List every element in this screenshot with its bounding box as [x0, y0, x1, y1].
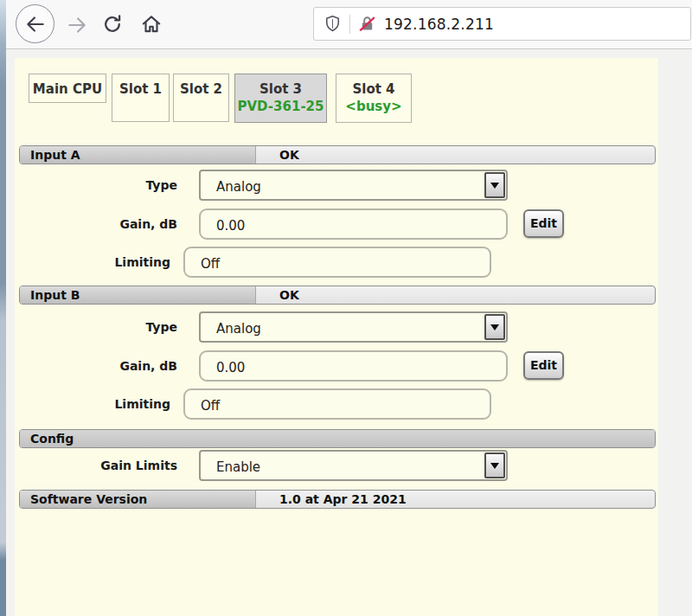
device-page: Main CPU Slot 1 Slot 2 Slot 3 PVD-361-25…	[15, 58, 658, 616]
tab-label: Slot 3	[260, 81, 302, 97]
tab-main-cpu[interactable]: Main CPU	[29, 74, 106, 103]
section-title: Input A	[30, 147, 80, 164]
tab-slot-3[interactable]: Slot 3 PVD-361-25	[234, 74, 327, 123]
section-title: Config	[30, 431, 74, 447]
section-header-input-a: Input A OK	[19, 145, 656, 164]
selected-value: Analog	[216, 321, 261, 337]
gain-label: Gain, dB	[22, 359, 177, 373]
input-b-gain-field[interactable]: 0.00	[199, 350, 508, 382]
section-header-config: Config	[19, 429, 656, 448]
input-a-gain-field[interactable]: 0.00	[199, 209, 508, 240]
tab-sublabel: <busy>	[336, 98, 411, 115]
home-button[interactable]	[139, 12, 163, 36]
tab-slot-2[interactable]: Slot 2	[173, 74, 229, 122]
type-label: Type	[22, 178, 177, 192]
input-b-limiting-field[interactable]: Off	[183, 388, 491, 420]
forward-button[interactable]	[65, 13, 89, 37]
dropdown-button[interactable]	[484, 452, 505, 478]
section-title: Software Version	[30, 491, 147, 508]
reload-button[interactable]	[100, 12, 125, 36]
tab-slot-4[interactable]: Slot 4 <busy>	[336, 74, 412, 123]
browser-toolbar: 192.168.2.211	[6, 0, 692, 49]
limiting-label: Limiting	[15, 397, 170, 411]
section-header-input-b: Input B OK	[19, 286, 656, 305]
selected-value: Enable	[216, 459, 260, 475]
tab-label: Main CPU	[33, 81, 102, 97]
section-header-left-segment	[20, 430, 655, 447]
dropdown-button[interactable]	[484, 172, 505, 198]
input-a-type-select[interactable]: Analog	[199, 170, 508, 201]
dropdown-button[interactable]	[484, 314, 505, 340]
software-version-value: 1.0 at Apr 21 2021	[279, 491, 407, 508]
status-text: OK	[279, 147, 299, 164]
back-arrow-icon	[24, 13, 47, 35]
input-a-limiting-field[interactable]: Off	[183, 247, 491, 278]
tab-label: Slot 1	[119, 81, 162, 97]
field-value: 0.00	[216, 218, 245, 234]
tab-slot-1[interactable]: Slot 1	[112, 74, 170, 122]
input-a-edit-button[interactable]: Edit	[523, 209, 564, 238]
tab-sublabel: PVD-361-25	[235, 98, 326, 115]
window-edge-strip	[0, 0, 6, 616]
input-b-edit-button[interactable]: Edit	[523, 351, 564, 380]
address-bar-divider	[349, 15, 350, 34]
address-bar[interactable]: 192.168.2.211	[313, 7, 691, 41]
gain-label: Gain, dB	[22, 217, 177, 231]
gain-limits-label: Gain Limits	[22, 459, 177, 472]
tab-label: Slot 2	[180, 81, 222, 97]
back-button[interactable]	[16, 4, 54, 43]
forward-arrow-icon	[66, 14, 88, 36]
section-title: Input B	[30, 287, 80, 304]
chevron-down-icon	[490, 463, 499, 469]
limiting-label: Limiting	[15, 255, 170, 269]
field-value: 0.00	[216, 360, 245, 375]
url-text[interactable]: 192.168.2.211	[384, 16, 494, 33]
input-b-type-select[interactable]: Analog	[199, 311, 508, 343]
reload-icon	[101, 13, 124, 35]
field-value: Off	[201, 256, 220, 272]
home-icon	[140, 13, 163, 35]
type-label: Type	[22, 320, 177, 334]
section-header-software-version: Software Version 1.0 at Apr 21 2021	[19, 490, 656, 509]
status-text: OK	[279, 287, 299, 304]
tab-label: Slot 4	[352, 81, 394, 97]
chevron-down-icon	[490, 324, 499, 330]
field-value: Off	[201, 398, 220, 414]
gain-limits-select[interactable]: Enable	[199, 450, 508, 481]
selected-value: Analog	[216, 179, 261, 195]
chevron-down-icon	[490, 183, 499, 189]
insecure-lock-slash-icon[interactable]	[358, 15, 376, 33]
tracking-protection-shield-icon[interactable]	[324, 15, 341, 33]
